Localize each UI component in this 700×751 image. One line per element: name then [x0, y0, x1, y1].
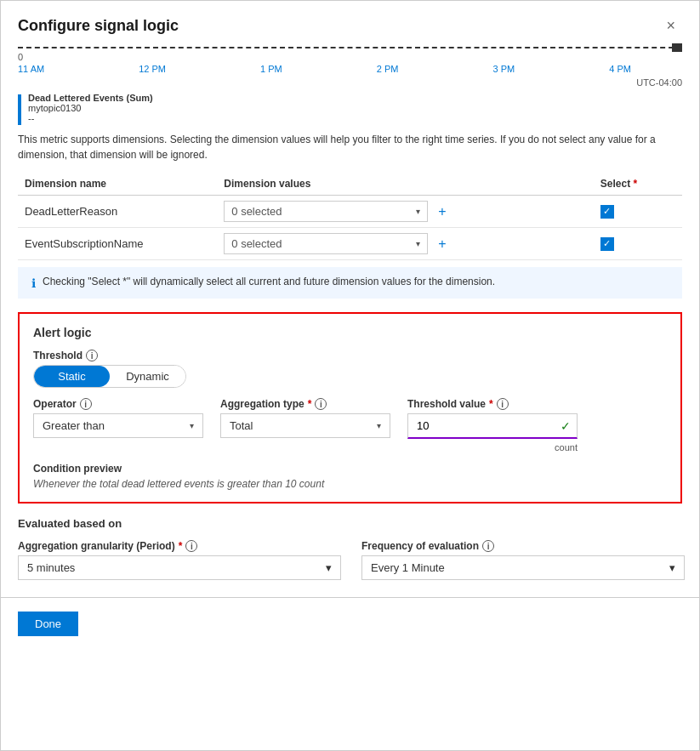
chart-legend: Dead Lettered Events (Sum) mytopic0130 -… — [18, 93, 682, 125]
check-icon: ✓ — [561, 419, 571, 433]
dim-value-cell-1: 0 selected ▾ + — [217, 196, 594, 228]
frequency-info-icon: i — [482, 540, 494, 552]
threshold-value-input[interactable] — [407, 413, 578, 439]
alert-fields-row: Operator i Greater than ▾ Aggregation ty… — [33, 398, 667, 452]
dim-checkbox-2[interactable]: ✓ — [600, 237, 614, 251]
time-label-11am: 11 AM — [18, 64, 44, 74]
chevron-down-icon: ▾ — [190, 421, 194, 430]
operator-value: Greater than — [43, 419, 105, 432]
chart-value: -- — [28, 113, 153, 123]
agg-granularity-info-icon: i — [185, 540, 197, 552]
time-label-3pm: 3 PM — [493, 64, 515, 74]
threshold-label: Threshold i — [33, 350, 667, 361]
threshold-toggle: Static Dynamic — [33, 365, 186, 388]
count-label: count — [407, 442, 578, 452]
chevron-down-icon: ▾ — [377, 421, 381, 430]
col-header-select: Select — [594, 173, 682, 196]
aggregation-dropdown[interactable]: Total ▾ — [220, 413, 390, 438]
configure-signal-dialog: Configure signal logic × 0 11 AM 12 PM 1… — [0, 0, 700, 751]
agg-granularity-value: 5 minutes — [27, 561, 75, 574]
threshold-info-icon: i — [86, 350, 98, 361]
condition-preview: Condition preview Whenever the total dea… — [33, 463, 667, 490]
chevron-down-icon: ▾ — [416, 207, 420, 216]
threshold-input-container: ✓ — [407, 413, 578, 439]
col-header-name: Dimension name — [18, 173, 217, 196]
dim-name-1: DeadLetterReason — [18, 196, 217, 228]
dim-add-1-button[interactable]: + — [435, 202, 449, 221]
info-circle-icon: ℹ — [31, 276, 36, 290]
dialog-header: Configure signal logic × — [1, 1, 699, 47]
dim-value-cell-2: 0 selected ▾ + — [217, 228, 594, 260]
time-label-4pm: 4 PM — [609, 64, 631, 74]
dialog-title: Configure signal logic — [18, 17, 179, 35]
dimensions-info-text: This metric supports dimensions. Selecti… — [1, 132, 699, 173]
info-box-text: Checking "Select *" will dynamically sel… — [43, 276, 495, 287]
chart-utc-label: UTC-04:00 — [18, 77, 682, 88]
condition-preview-title: Condition preview — [33, 463, 667, 475]
threshold-value-group: Threshold value * i ✓ count — [407, 398, 578, 452]
threshold-dynamic-button[interactable]: Dynamic — [110, 366, 185, 387]
eval-row: Aggregation granularity (Period) * i 5 m… — [18, 540, 682, 580]
chart-dashed-line — [18, 47, 682, 48]
dim-select-check-2: ✓ — [594, 228, 682, 260]
col-header-values: Dimension values — [217, 173, 594, 196]
frequency-group: Frequency of evaluation i Every 1 Minute… — [361, 540, 685, 580]
dim-select-1-value: 0 selected — [231, 205, 282, 218]
aggregation-group: Aggregation type * i Total ▾ — [220, 398, 390, 438]
chart-metric-name: Dead Lettered Events (Sum) — [28, 93, 153, 103]
chart-legend-text: Dead Lettered Events (Sum) mytopic0130 -… — [28, 93, 153, 123]
threshold-value-label: Threshold value * i — [407, 398, 578, 410]
done-button[interactable]: Done — [18, 612, 78, 636]
dim-select-check-1: ✓ — [594, 196, 682, 228]
chart-area: 0 11 AM 12 PM 1 PM 2 PM 3 PM 4 PM UTC-04… — [1, 47, 699, 125]
agg-granularity-group: Aggregation granularity (Period) * i 5 m… — [18, 540, 341, 580]
chevron-down-icon: ▾ — [326, 561, 332, 574]
time-label-12pm: 12 PM — [139, 64, 166, 74]
alert-logic-title: Alert logic — [33, 326, 667, 339]
threshold-static-button[interactable]: Static — [34, 366, 110, 387]
dim-name-2: EventSubscriptionName — [18, 228, 217, 260]
chart-zero-label: 0 — [18, 52, 682, 62]
dim-select-2-value: 0 selected — [231, 237, 282, 250]
time-label-1pm: 1 PM — [260, 64, 282, 74]
time-label-2pm: 2 PM — [377, 64, 399, 74]
chart-time-axis: 11 AM 12 PM 1 PM 2 PM 3 PM 4 PM — [18, 64, 682, 74]
aggregation-value: Total — [230, 419, 253, 432]
frequency-dropdown[interactable]: Every 1 Minute ▾ — [361, 555, 685, 580]
frequency-value: Every 1 Minute — [371, 561, 445, 574]
dim-checkbox-1[interactable]: ✓ — [600, 205, 614, 219]
chart-resource-name: mytopic0130 — [28, 103, 153, 113]
operator-dropdown[interactable]: Greater than ▾ — [33, 413, 203, 438]
aggregation-info-icon: i — [315, 398, 327, 410]
condition-preview-text: Whenever the total dead lettered events … — [33, 478, 667, 490]
close-button[interactable]: × — [659, 14, 682, 37]
dim-select-2[interactable]: 0 selected ▾ — [224, 233, 428, 254]
chevron-down-icon: ▾ — [669, 561, 675, 574]
dim-select-1[interactable]: 0 selected ▾ — [224, 201, 428, 222]
agg-granularity-label: Aggregation granularity (Period) * i — [18, 540, 341, 552]
dim-add-2-button[interactable]: + — [435, 235, 449, 253]
evaluated-section: Evaluated based on Aggregation granulari… — [1, 517, 699, 580]
dimensions-table: Dimension name Dimension values Select D… — [18, 173, 682, 260]
footer-divider — [1, 597, 699, 598]
threshold-value-info-icon: i — [497, 398, 509, 410]
aggregation-label: Aggregation type * i — [220, 398, 390, 410]
operator-group: Operator i Greater than ▾ — [33, 398, 203, 438]
agg-granularity-dropdown[interactable]: 5 minutes ▾ — [18, 555, 341, 580]
footer: Done — [1, 612, 699, 653]
dimension-info-box: ℹ Checking "Select *" will dynamically s… — [18, 267, 682, 299]
operator-label: Operator i — [33, 398, 203, 410]
chevron-down-icon: ▾ — [416, 239, 420, 248]
frequency-label: Frequency of evaluation i — [361, 540, 685, 552]
evaluated-title: Evaluated based on — [18, 517, 682, 530]
table-row: DeadLetterReason 0 selected ▾ + ✓ — [18, 196, 682, 228]
table-row: EventSubscriptionName 0 selected ▾ + ✓ — [18, 228, 682, 260]
operator-info-icon: i — [80, 398, 92, 410]
alert-logic-box: Alert logic Threshold i Static Dynamic O… — [18, 312, 682, 504]
chart-legend-bar — [18, 94, 21, 125]
